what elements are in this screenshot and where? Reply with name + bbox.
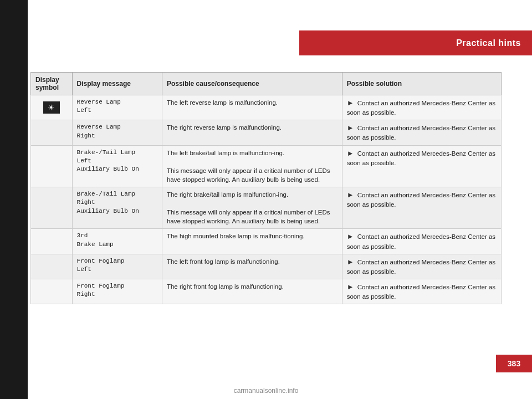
message-cell: Reverse LampLeft xyxy=(72,95,162,120)
bullet-icon: ► xyxy=(347,191,354,199)
col-header-solution: Possible solution xyxy=(342,73,501,95)
header-banner: Practical hints xyxy=(299,30,532,55)
cause-cell: The high mounted brake lamp is malfunc-t… xyxy=(162,229,342,254)
bullet-icon: ► xyxy=(347,258,354,266)
lamp-icon: ☀ xyxy=(43,101,60,114)
symbol-cell xyxy=(31,254,73,279)
col-header-symbol: Display symbol xyxy=(31,73,73,95)
table-row: Brake-/Tail LampLeftAuxiliary Bulb On Th… xyxy=(31,145,502,187)
symbol-cell xyxy=(31,279,73,304)
message-cell: 3rdBrake Lamp xyxy=(72,229,162,254)
table-row: Front FoglampLeft The left front fog lam… xyxy=(31,254,502,279)
bullet-icon: ► xyxy=(347,149,354,157)
message-cell: Reverse LampRight xyxy=(72,120,162,145)
main-content: Display symbol Display message Possible … xyxy=(30,72,502,338)
bullet-icon: ► xyxy=(347,283,354,291)
symbol-cell xyxy=(31,120,73,145)
cause-cell: The right front fog lamp is malfunctioni… xyxy=(162,279,342,304)
solution-cell: ► Contact an authorized Mercedes-Benz Ce… xyxy=(342,254,501,279)
hints-table: Display symbol Display message Possible … xyxy=(30,72,502,304)
message-cell: Brake-/Tail LampLeftAuxiliary Bulb On xyxy=(72,145,162,187)
solution-cell: ► Contact an authorized Mercedes-Benz Ce… xyxy=(342,279,501,304)
solution-cell: ► Contact an authorized Mercedes-Benz Ce… xyxy=(342,229,501,254)
symbol-cell: ☀ xyxy=(31,95,73,120)
cause-cell: The right brake/tail lamp is malfunction… xyxy=(162,187,342,228)
table-row: Brake-/Tail LampRightAuxiliary Bulb On T… xyxy=(31,187,502,228)
cause-cell: The left front fog lamp is malfunctionin… xyxy=(162,254,342,279)
table-row: Front FoglampRight The right front fog l… xyxy=(31,279,502,304)
col-header-message: Display message xyxy=(72,73,162,95)
bullet-icon: ► xyxy=(347,124,354,132)
page-number: 383 xyxy=(496,355,532,372)
col-header-cause: Possible cause/consequence xyxy=(162,73,342,95)
symbol-cell xyxy=(31,145,73,187)
solution-cell: ► Contact an authorized Mercedes-Benz Ce… xyxy=(342,95,501,120)
message-cell: Front FoglampRight xyxy=(72,279,162,304)
solution-cell: ► Contact an authorized Mercedes-Benz Ce… xyxy=(342,120,501,145)
table-row: Reverse LampRight The right reverse lamp… xyxy=(31,120,502,145)
cause-cell: The left brake/tail lamp is malfunction-… xyxy=(162,145,342,187)
message-cell: Brake-/Tail LampRightAuxiliary Bulb On xyxy=(72,187,162,228)
symbol-cell xyxy=(31,229,73,254)
cause-cell: The left reverse lamp is malfunctioning. xyxy=(162,95,342,120)
bullet-icon: ► xyxy=(347,232,354,241)
page-title: Practical hints xyxy=(456,38,521,48)
solution-cell: ► Contact an authorized Mercedes-Benz Ce… xyxy=(342,187,501,228)
left-sidebar xyxy=(0,0,28,399)
table-header-row: Display symbol Display message Possible … xyxy=(31,73,502,95)
bullet-icon: ► xyxy=(347,99,354,107)
cause-cell: The right reverse lamp is malfunctioning… xyxy=(162,120,342,145)
message-cell: Front FoglampLeft xyxy=(72,254,162,279)
solution-cell: ► Contact an authorized Mercedes-Benz Ce… xyxy=(342,145,501,187)
watermark: carmanualsonline.info xyxy=(0,387,532,395)
table-row: 3rdBrake Lamp The high mounted brake lam… xyxy=(31,229,502,254)
symbol-cell xyxy=(31,187,73,228)
table-row: ☀ Reverse LampLeft The left reverse lamp… xyxy=(31,95,502,120)
